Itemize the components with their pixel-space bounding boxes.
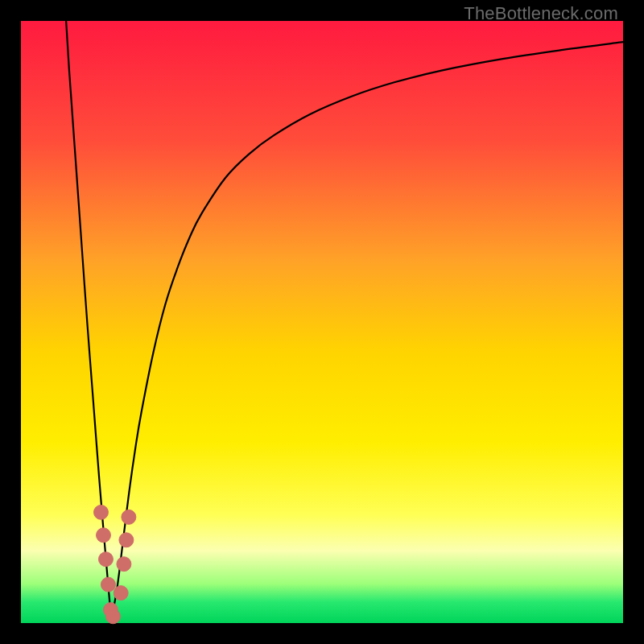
data-marker: [119, 533, 134, 547]
data-marker: [101, 577, 115, 592]
chart-svg: [21, 21, 623, 623]
data-marker: [117, 557, 131, 572]
markers-group: [94, 505, 136, 623]
data-marker: [98, 552, 113, 567]
app-frame: TheBottleneck.com: [0, 0, 644, 644]
curve-right-branch: [111, 42, 623, 620]
data-marker: [94, 505, 109, 519]
data-marker: [114, 586, 128, 601]
plot-area: [21, 21, 623, 623]
watermark-text: TheBottleneck.com: [464, 3, 618, 24]
data-marker: [105, 609, 120, 624]
data-marker: [97, 528, 111, 543]
data-marker: [122, 510, 136, 524]
